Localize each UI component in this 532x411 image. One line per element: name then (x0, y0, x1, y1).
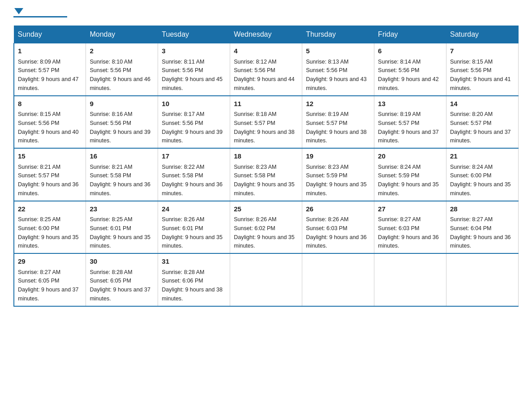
calendar-cell: 13 Sunrise: 8:19 AM Sunset: 5:57 PM Dayl… (374, 96, 446, 149)
calendar-cell: 16 Sunrise: 8:21 AM Sunset: 5:58 PM Dayl… (86, 148, 158, 201)
daylight-info: Daylight: 9 hours and 47 minutes. (18, 76, 79, 91)
day-number: 14 (450, 99, 515, 109)
sunset-info: Sunset: 5:57 PM (450, 120, 491, 126)
day-number: 28 (450, 204, 515, 214)
sunset-info: Sunset: 5:57 PM (306, 120, 347, 126)
calendar-cell: 28 Sunrise: 8:27 AM Sunset: 6:04 PM Dayl… (446, 201, 519, 254)
calendar-cell: 10 Sunrise: 8:17 AM Sunset: 5:56 PM Dayl… (158, 96, 230, 149)
weekday-header-saturday: Saturday (446, 26, 519, 43)
sunset-info: Sunset: 6:03 PM (378, 225, 419, 231)
sunset-info: Sunset: 6:04 PM (450, 225, 491, 231)
calendar-cell: 15 Sunrise: 8:21 AM Sunset: 5:57 PM Dayl… (14, 148, 86, 201)
day-number: 22 (18, 204, 82, 214)
calendar-cell: 29 Sunrise: 8:27 AM Sunset: 6:05 PM Dayl… (14, 253, 86, 306)
calendar-cell: 4 Sunrise: 8:12 AM Sunset: 5:56 PM Dayli… (230, 43, 302, 96)
sunrise-info: Sunrise: 8:09 AM (18, 59, 60, 65)
daylight-info: Daylight: 9 hours and 35 minutes. (162, 234, 223, 249)
sunrise-info: Sunrise: 8:17 AM (162, 111, 204, 117)
sunrise-info: Sunrise: 8:20 AM (450, 111, 493, 117)
calendar-cell: 19 Sunrise: 8:23 AM Sunset: 5:59 PM Dayl… (302, 148, 374, 201)
logo-triangle-icon (14, 8, 23, 14)
calendar-cell: 31 Sunrise: 8:28 AM Sunset: 6:06 PM Dayl… (158, 253, 230, 306)
day-number: 27 (378, 204, 442, 214)
sunset-info: Sunset: 6:05 PM (18, 278, 59, 284)
daylight-info: Daylight: 9 hours and 38 minutes. (234, 129, 295, 144)
daylight-info: Daylight: 9 hours and 36 minutes. (450, 234, 511, 249)
day-number: 2 (90, 46, 154, 56)
sunrise-info: Sunrise: 8:16 AM (90, 111, 132, 117)
daylight-info: Daylight: 9 hours and 40 minutes. (18, 129, 79, 144)
day-number: 29 (18, 257, 82, 267)
calendar-cell: 20 Sunrise: 8:24 AM Sunset: 5:59 PM Dayl… (374, 148, 446, 201)
sunset-info: Sunset: 5:56 PM (90, 67, 131, 73)
day-number: 21 (450, 151, 515, 162)
sunrise-info: Sunrise: 8:11 AM (162, 59, 204, 65)
daylight-info: Daylight: 9 hours and 38 minutes. (306, 129, 367, 144)
day-number: 13 (378, 99, 442, 109)
sunrise-info: Sunrise: 8:24 AM (378, 164, 420, 170)
daylight-info: Daylight: 9 hours and 37 minutes. (378, 129, 439, 144)
day-number: 5 (306, 46, 370, 56)
day-number: 16 (90, 151, 154, 162)
sunset-info: Sunset: 6:00 PM (450, 172, 491, 179)
sunset-info: Sunset: 5:56 PM (90, 120, 131, 126)
day-number: 17 (162, 151, 226, 162)
sunset-info: Sunset: 5:58 PM (90, 172, 131, 179)
daylight-info: Daylight: 9 hours and 35 minutes. (306, 181, 367, 197)
daylight-info: Daylight: 9 hours and 46 minutes. (90, 76, 150, 91)
weekday-header-friday: Friday (374, 26, 446, 43)
daylight-info: Daylight: 9 hours and 39 minutes. (162, 129, 223, 144)
calendar-cell: 8 Sunrise: 8:15 AM Sunset: 5:56 PM Dayli… (14, 96, 86, 149)
sunrise-info: Sunrise: 8:15 AM (18, 111, 60, 117)
sunrise-info: Sunrise: 8:23 AM (234, 164, 276, 170)
sunrise-info: Sunrise: 8:24 AM (450, 164, 493, 170)
sunset-info: Sunset: 5:56 PM (162, 67, 203, 73)
sunrise-info: Sunrise: 8:19 AM (306, 111, 348, 117)
calendar-cell: 14 Sunrise: 8:20 AM Sunset: 5:57 PM Dayl… (446, 96, 519, 149)
daylight-info: Daylight: 9 hours and 41 minutes. (450, 76, 511, 91)
calendar-week-row: 15 Sunrise: 8:21 AM Sunset: 5:57 PM Dayl… (14, 148, 519, 201)
day-number: 9 (90, 99, 154, 109)
sunset-info: Sunset: 5:59 PM (306, 172, 347, 179)
day-number: 19 (306, 151, 370, 162)
calendar-week-row: 29 Sunrise: 8:27 AM Sunset: 6:05 PM Dayl… (14, 253, 519, 306)
sunrise-info: Sunrise: 8:13 AM (306, 59, 348, 65)
daylight-info: Daylight: 9 hours and 35 minutes. (378, 181, 439, 197)
daylight-info: Daylight: 9 hours and 42 minutes. (378, 76, 439, 91)
sunset-info: Sunset: 5:57 PM (18, 172, 59, 179)
sunrise-info: Sunrise: 8:21 AM (90, 164, 132, 170)
daylight-info: Daylight: 9 hours and 44 minutes. (234, 76, 295, 91)
calendar-cell: 5 Sunrise: 8:13 AM Sunset: 5:56 PM Dayli… (302, 43, 374, 96)
sunset-info: Sunset: 6:01 PM (162, 225, 203, 231)
day-number: 10 (162, 99, 226, 109)
sunrise-info: Sunrise: 8:12 AM (234, 59, 276, 65)
calendar-cell: 17 Sunrise: 8:22 AM Sunset: 5:58 PM Dayl… (158, 148, 230, 201)
weekday-header-monday: Monday (86, 26, 158, 43)
calendar-week-row: 22 Sunrise: 8:25 AM Sunset: 6:00 PM Dayl… (14, 201, 519, 254)
page-header (13, 9, 519, 17)
day-number: 25 (234, 204, 298, 214)
calendar-cell (302, 253, 374, 306)
sunrise-info: Sunrise: 8:28 AM (90, 269, 132, 275)
sunset-info: Sunset: 5:57 PM (18, 67, 59, 73)
daylight-info: Daylight: 9 hours and 36 minutes. (378, 234, 439, 249)
calendar-cell: 30 Sunrise: 8:28 AM Sunset: 6:05 PM Dayl… (86, 253, 158, 306)
calendar-cell: 18 Sunrise: 8:23 AM Sunset: 5:58 PM Dayl… (230, 148, 302, 201)
daylight-info: Daylight: 9 hours and 35 minutes. (234, 181, 295, 197)
calendar-cell (374, 253, 446, 306)
calendar-cell: 26 Sunrise: 8:26 AM Sunset: 6:03 PM Dayl… (302, 201, 374, 254)
daylight-info: Daylight: 9 hours and 43 minutes. (306, 76, 367, 91)
weekday-header-tuesday: Tuesday (158, 26, 230, 43)
daylight-info: Daylight: 9 hours and 37 minutes. (18, 287, 79, 302)
daylight-info: Daylight: 9 hours and 39 minutes. (90, 129, 150, 144)
sunset-info: Sunset: 6:01 PM (90, 225, 131, 231)
day-number: 12 (306, 99, 370, 109)
day-number: 1 (18, 46, 82, 56)
daylight-info: Daylight: 9 hours and 36 minutes. (162, 181, 223, 197)
sunset-info: Sunset: 5:59 PM (378, 172, 419, 179)
day-number: 6 (378, 46, 442, 56)
sunset-info: Sunset: 6:05 PM (90, 278, 131, 284)
daylight-info: Daylight: 9 hours and 35 minutes. (90, 234, 150, 249)
sunset-info: Sunset: 5:56 PM (234, 67, 275, 73)
day-number: 8 (18, 99, 82, 109)
